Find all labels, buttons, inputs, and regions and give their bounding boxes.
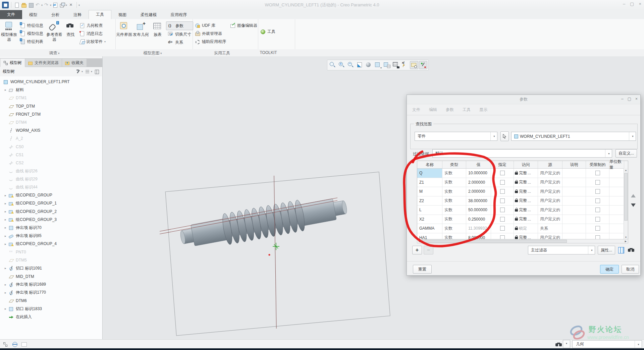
param-name-cell[interactable]: Q <box>417 169 442 178</box>
table-row[interactable]: GAMMA 实数 11.309932 锁定 关系 <box>417 224 628 233</box>
checkbox[interactable] <box>595 208 600 212</box>
column-header[interactable]: 值 <box>466 161 491 168</box>
table-horizontal-scrollbar[interactable]: ◀ ▶ <box>417 239 628 243</box>
ribbon-big-button[interactable]: 元件界面 <box>116 20 132 37</box>
model-select[interactable]: WORM_CYLINDER_LEFT1 <box>511 132 636 141</box>
param-name-cell[interactable]: X2 <box>417 215 442 224</box>
select-item-button[interactable] <box>500 131 509 141</box>
dialog-menu-item[interactable]: 编辑 <box>429 107 437 113</box>
column-header[interactable]: 源 <box>538 161 562 168</box>
designate-cell[interactable] <box>491 187 514 196</box>
access-cell[interactable]: 完整 ... <box>514 196 538 206</box>
ribbon-small-button[interactable]: 关系 <box>166 38 193 46</box>
checkbox[interactable] <box>595 226 600 231</box>
units-cell[interactable] <box>609 169 624 178</box>
graphics-toolbar-icon[interactable] <box>337 61 346 69</box>
designate-cell[interactable] <box>491 178 514 187</box>
tab-model-tree[interactable]: 模型树 <box>0 58 25 67</box>
checkbox[interactable] <box>595 217 600 222</box>
dropdown-arrow[interactable] <box>605 150 612 157</box>
designate-cell[interactable] <box>491 215 514 224</box>
dropdown-arrow[interactable] <box>635 341 642 348</box>
find-icon[interactable] <box>555 341 562 347</box>
find-parameter-icon[interactable] <box>627 246 636 254</box>
dialog-menu-item[interactable]: 参数 <box>446 107 454 113</box>
tree-item[interactable]: ▸ CS2 <box>0 159 102 167</box>
web-browser-icon[interactable] <box>11 341 18 348</box>
column-header[interactable]: 类型 <box>442 161 466 168</box>
tree-columns-icon[interactable] <box>94 69 100 74</box>
tree-item[interactable]: ▸ DTM6 <box>0 297 102 305</box>
dropdown-arrow[interactable] <box>490 132 497 140</box>
checkbox[interactable] <box>595 198 600 203</box>
ribbon-tab[interactable]: 文件 <box>0 10 22 19</box>
ribbon-small-button[interactable]: 比较零件 ▾ <box>77 38 108 46</box>
graphics-toolbar-icon[interactable] <box>346 61 355 69</box>
tree-item[interactable]: ▸ 伸出项 标识1770 <box>0 289 102 297</box>
expand-arrow-icon[interactable]: ▸ <box>5 234 9 238</box>
tree-item[interactable]: ▸ 伸出项 标识85 <box>0 232 102 240</box>
properties-button[interactable]: 属性... <box>598 246 615 254</box>
table-row[interactable]: L 实数 50.000000 完整 ... 用户定义的 <box>417 206 628 215</box>
table-view-icon[interactable] <box>617 246 626 254</box>
close-icon[interactable]: × <box>639 1 641 6</box>
tree-item[interactable]: ▸ PNT0 <box>0 248 102 256</box>
checkbox[interactable] <box>500 189 505 194</box>
param-value-cell[interactable]: 0.250000 <box>466 215 491 224</box>
designate-cell[interactable] <box>491 224 514 233</box>
scroll-right-icon[interactable]: ▶ <box>624 239 628 243</box>
graphics-toolbar-icon[interactable] <box>356 61 364 69</box>
access-cell[interactable]: 完整 ... <box>514 206 538 215</box>
ribbon-small-button[interactable]: 消息日志 ▾ <box>77 30 108 38</box>
units-cell[interactable] <box>609 215 624 224</box>
checkbox[interactable] <box>500 198 505 203</box>
designate-cell[interactable] <box>491 206 514 215</box>
param-name-cell[interactable]: Z2 <box>417 196 442 206</box>
checkbox[interactable] <box>500 226 505 231</box>
tree-item[interactable]: ▸ WORM_CYLINDER_LEFT1.PRT <box>0 78 102 86</box>
ribbon-tab[interactable]: 应用程序 <box>164 11 194 19</box>
new-file-icon[interactable] <box>14 2 20 8</box>
filter-select[interactable]: 默认 <box>432 149 612 158</box>
ribbon-small-button[interactable]: UDF 库 <box>193 21 228 30</box>
toolkit-tools-button[interactable]: 工具 ▾ <box>258 27 280 36</box>
designate-cell[interactable] <box>491 169 514 178</box>
regenerate-icon[interactable] <box>52 2 58 8</box>
param-value-cell[interactable]: 2.000000 <box>466 187 491 196</box>
column-header[interactable]: 访问 <box>514 161 538 168</box>
show-panel-icon[interactable] <box>21 341 28 348</box>
reference-viewer-button[interactable]: 参考查看 器 <box>45 20 63 42</box>
column-header[interactable]: 指定 <box>491 161 514 168</box>
description-cell[interactable] <box>562 215 586 224</box>
designate-cell[interactable] <box>491 196 514 206</box>
close-window-icon[interactable] <box>68 2 74 8</box>
expand-arrow-icon[interactable]: ▸ <box>5 194 9 197</box>
graphics-toolbar-icon[interactable] <box>401 61 409 69</box>
description-cell[interactable] <box>562 178 586 187</box>
tree-item[interactable]: ▸ 曲线 标识26 <box>0 167 102 175</box>
ribbon-small-button[interactable]: 参数 <box>166 21 193 30</box>
dialog-menu-item[interactable]: 文件 <box>412 107 420 113</box>
restricted-cell[interactable] <box>586 206 609 215</box>
undo-icon[interactable] <box>35 2 41 8</box>
main-filter-select[interactable]: 主过滤器 <box>528 246 595 254</box>
tree-item[interactable]: ▸ 组COPIED_GROUP_2 <box>0 208 102 216</box>
ok-button[interactable]: 确定 <box>600 265 619 274</box>
checkbox[interactable] <box>500 208 505 212</box>
expand-arrow-icon[interactable]: ▸ <box>5 242 9 246</box>
maximize-icon[interactable]: ▢ <box>630 1 634 6</box>
dialog-title-bar[interactable]: 参数 – ▢ × <box>407 95 640 104</box>
dialog-menu-item[interactable]: 工具 <box>463 107 471 113</box>
checkbox[interactable] <box>595 171 600 175</box>
tree-filter-icon[interactable] <box>75 69 81 74</box>
restricted-cell[interactable] <box>586 196 609 206</box>
ribbon-small-button[interactable]: 几何检查 ▾ <box>77 21 108 30</box>
table-row[interactable]: X2 实数 0.250000 完整 ... 用户定义的 <box>417 215 628 224</box>
qat-customize-icon[interactable]: ▾ <box>78 4 80 7</box>
graphics-toolbar-icon[interactable] <box>374 61 382 69</box>
table-row[interactable]: Z1 实数 2.000000 完整 ... 用户定义的 <box>417 178 628 187</box>
tree-item[interactable]: ▸ A_2 <box>0 134 102 142</box>
redo-caret-icon[interactable]: ▾ <box>50 4 51 7</box>
scroll-left-icon[interactable]: ◀ <box>417 239 422 243</box>
ribbon-tab[interactable]: 模型 <box>22 11 44 19</box>
